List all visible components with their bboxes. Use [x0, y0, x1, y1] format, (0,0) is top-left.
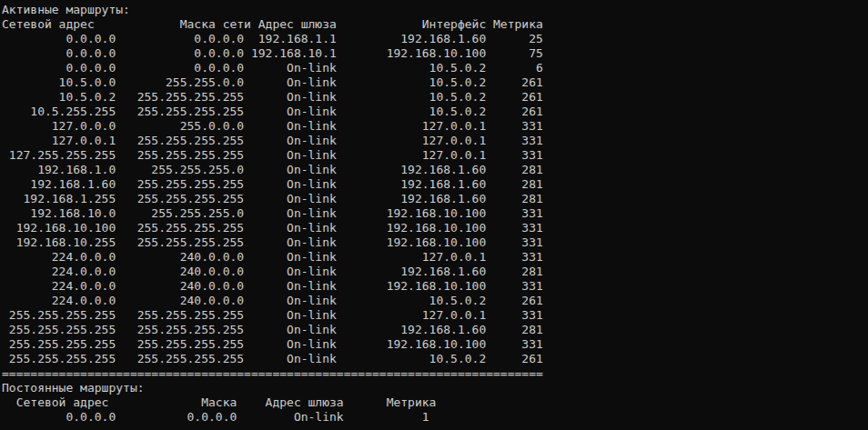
- route-row: 255.255.255.255 255.255.255.255 On-link …: [2, 337, 868, 352]
- route-row: 0.0.0.0 0.0.0.0 On-link 10.5.0.2 6: [2, 61, 868, 75]
- persistent-route-row: 0.0.0.0 0.0.0.0 On-link 1: [2, 410, 868, 425]
- route-row: 192.168.1.0 255.255.255.0 On-link 192.16…: [2, 163, 868, 177]
- route-row: 224.0.0.0 240.0.0.0 On-link 127.0.0.1 33…: [2, 250, 868, 265]
- separator-line: ========================================…: [2, 366, 868, 381]
- route-row: 10.5.0.0 255.255.0.0 On-link 10.5.0.2 26…: [2, 75, 868, 90]
- route-row: 10.5.0.2 255.255.255.255 On-link 10.5.0.…: [2, 90, 868, 105]
- route-row: 255.255.255.255 255.255.255.255 On-link …: [2, 323, 868, 337]
- route-row: 10.5.255.255 255.255.255.255 On-link 10.…: [2, 105, 868, 119]
- active-routes-header: Сетевой адрес Маска сети Адрес шлюза Инт…: [2, 17, 868, 32]
- route-row: 127.0.0.0 255.0.0.0 On-link 127.0.0.1 33…: [2, 119, 868, 134]
- separator-line: ========================================…: [2, 425, 868, 430]
- active-routes-title: Активные маршруты:: [2, 3, 868, 17]
- route-row: 192.168.1.60 255.255.255.255 On-link 192…: [2, 177, 868, 192]
- route-row: 192.168.10.100 255.255.255.255 On-link 1…: [2, 221, 868, 235]
- route-row: 192.168.1.255 255.255.255.255 On-link 19…: [2, 192, 868, 206]
- route-row: 224.0.0.0 240.0.0.0 On-link 192.168.1.60…: [2, 265, 868, 279]
- route-row: 255.255.255.255 255.255.255.255 On-link …: [2, 308, 868, 323]
- route-row: 192.168.10.0 255.255.255.0 On-link 192.1…: [2, 206, 868, 221]
- route-row: 224.0.0.0 240.0.0.0 On-link 10.5.0.2 261: [2, 294, 868, 308]
- route-row: 127.0.0.1 255.255.255.255 On-link 127.0.…: [2, 134, 868, 148]
- route-row: 192.168.10.255 255.255.255.255 On-link 1…: [2, 235, 868, 250]
- route-row: 0.0.0.0 0.0.0.0 192.168.10.1 192.168.10.…: [2, 46, 868, 61]
- terminal-window[interactable]: Активные маршруты:Сетевой адрес Маска се…: [0, 0, 868, 430]
- route-row: 127.255.255.255 255.255.255.255 On-link …: [2, 148, 868, 163]
- terminal-screen: Активные маршруты:Сетевой адрес Маска се…: [0, 0, 868, 430]
- persistent-routes-title: Постоянные маршруты:: [2, 381, 868, 395]
- persistent-routes-header: Сетевой адрес Маска Адрес шлюза Метрика: [2, 395, 868, 410]
- route-row: 255.255.255.255 255.255.255.255 On-link …: [2, 352, 868, 366]
- route-row: 224.0.0.0 240.0.0.0 On-link 192.168.10.1…: [2, 279, 868, 294]
- route-row: 0.0.0.0 0.0.0.0 192.168.1.1 192.168.1.60…: [2, 32, 868, 46]
